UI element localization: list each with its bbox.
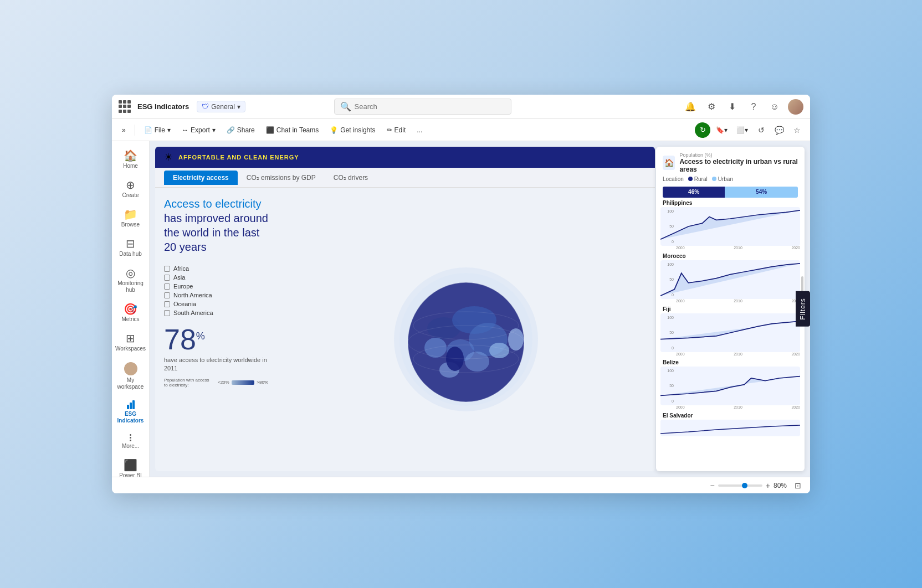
- philippines-x-labels: 200020102020: [660, 246, 800, 250]
- comment-button[interactable]: 💬: [771, 122, 787, 138]
- checkbox-europe[interactable]: Europe: [164, 283, 268, 290]
- stat-description: have access to electricity worldwide in …: [164, 356, 268, 373]
- sidebar-label-data-hub: Data hub: [119, 251, 142, 257]
- data-hub-icon: ⊟: [126, 238, 135, 249]
- refresh-button[interactable]: ↻: [695, 122, 710, 138]
- ellipsis-icon: ...: [417, 126, 422, 134]
- star-button[interactable]: ☆: [789, 122, 805, 138]
- sidebar-item-browse[interactable]: 📁 Browse: [112, 204, 149, 233]
- panel-title: Access to electricity in urban vs rural …: [679, 158, 798, 174]
- sidebar-label-esg: ESGIndicators: [117, 411, 144, 424]
- share-icon: 🔗: [227, 126, 235, 134]
- workspace-label: General: [211, 103, 235, 111]
- edit-button[interactable]: ✏ Edit: [382, 124, 411, 136]
- fit-page-button[interactable]: ⊡: [795, 481, 801, 490]
- download-button[interactable]: ⬇: [725, 99, 740, 115]
- sidebar-item-more[interactable]: More...: [112, 430, 149, 454]
- urban-pct-label: 54%: [756, 189, 767, 195]
- sidebar-item-workspaces[interactable]: ⊞ Workspaces: [112, 328, 149, 357]
- user-avatar[interactable]: [788, 99, 803, 115]
- urban-label: Urban: [718, 176, 733, 182]
- export-label: Export: [191, 126, 210, 134]
- tab-co2-drivers[interactable]: CO₂ drivers: [325, 171, 377, 185]
- legend-rural: Rural: [688, 176, 708, 182]
- undo-button[interactable]: ↺: [754, 122, 769, 138]
- tab-co2-gdp[interactable]: CO₂ emissions by GDP: [238, 171, 325, 185]
- sidebar-item-power-bi[interactable]: ⬛ Power BI: [112, 455, 149, 477]
- home-icon: 🏠: [124, 150, 137, 161]
- search-input[interactable]: [355, 102, 505, 111]
- rural-pct-label: 46%: [688, 189, 699, 195]
- checkbox-oceania[interactable]: Oceania: [164, 301, 268, 307]
- chat-teams-button[interactable]: ⬛ Chat in Teams: [262, 124, 323, 136]
- sidebar-item-create[interactable]: ⊕ Create: [112, 175, 149, 203]
- more-options-button[interactable]: ...: [412, 124, 427, 136]
- sidebar-label-my-workspace: Myworkspace: [117, 377, 144, 390]
- topbar: ESG Indicators 🛡 General ▾ 🔍 🔔 ⚙ ⬇ ? ☺: [112, 95, 810, 119]
- mini-chart-morocco: Morocco 100500: [660, 253, 800, 303]
- sidebar-item-data-hub[interactable]: ⊟ Data hub: [112, 234, 149, 262]
- sidebar-label-power-bi: Power BI: [119, 472, 142, 477]
- progress-bar: 46% 54%: [663, 187, 798, 198]
- sidebar-item-home[interactable]: 🏠 Home: [112, 146, 149, 174]
- search-icon: 🔍: [340, 101, 351, 112]
- tab-electricity[interactable]: Electricity access: [164, 171, 238, 185]
- checkbox-label-north-america: North America: [173, 292, 212, 298]
- teams-icon: ⬛: [266, 126, 274, 134]
- mini-chart-belize: Belize 100500: [660, 359, 800, 409]
- settings-button[interactable]: ⚙: [704, 99, 719, 115]
- rural-dot: [688, 177, 693, 181]
- ribbon-right: ↻ 🔖▾ ⬜▾ ↺ 💬 ☆: [695, 122, 805, 138]
- sidebar-item-my-workspace[interactable]: Myworkspace: [112, 358, 149, 395]
- help-button[interactable]: ?: [746, 99, 761, 115]
- file-chevron: ▾: [167, 126, 171, 134]
- filters-tab[interactable]: Filters: [796, 291, 810, 327]
- zoom-thumb: [742, 483, 747, 488]
- share-button[interactable]: 🔗 Share: [222, 124, 259, 136]
- panel-legend: Location Rural Urban: [656, 174, 805, 184]
- power-bi-window: ESG Indicators 🛡 General ▾ 🔍 🔔 ⚙ ⬇ ? ☺ »: [112, 95, 810, 493]
- edit-label: Edit: [395, 126, 406, 134]
- zoom-out-button[interactable]: −: [710, 481, 715, 490]
- workspace-selector[interactable]: 🛡 General ▾: [197, 101, 245, 112]
- sidebar-item-monitoring-hub[interactable]: ◎ Monitoring hub: [112, 263, 149, 298]
- philippines-y-axis: 100500: [660, 207, 675, 246]
- power-bi-icon: ⬛: [124, 460, 137, 471]
- search-bar[interactable]: 🔍: [334, 99, 511, 115]
- metrics-icon: 🎯: [124, 303, 137, 314]
- sidebar-label-metrics: Metrics: [121, 316, 139, 323]
- zoom-in-button[interactable]: +: [766, 481, 770, 490]
- rural-progress: 46%: [663, 187, 725, 198]
- sidebar-label-browse: Browse: [121, 221, 140, 228]
- zoom-slider[interactable]: [718, 484, 762, 487]
- apps-icon[interactable]: [119, 100, 132, 114]
- file-button[interactable]: 📄 File ▾: [140, 124, 175, 136]
- right-panel-header: 🏠 Population (%) Access to electricity i…: [656, 147, 805, 174]
- morocco-label: Morocco: [660, 253, 800, 259]
- edit-icon: ✏: [387, 126, 392, 134]
- sidebar-item-esg[interactable]: ESGIndicators: [112, 396, 149, 429]
- export-button[interactable]: ↔ Export ▾: [177, 124, 220, 136]
- morocco-y-axis: 100500: [660, 260, 675, 299]
- philippines-label: Philippines: [660, 200, 800, 206]
- checkbox-south-america[interactable]: South America: [164, 310, 268, 316]
- sidebar-label-monitoring-hub: Monitoring hub: [114, 280, 147, 293]
- mini-charts: Philippines 100500: [656, 200, 805, 440]
- checkbox-africa[interactable]: Africa: [164, 265, 268, 272]
- report-area: ☀ AFFORTABLE AND CLEAN ENERGY Electricit…: [150, 141, 810, 477]
- checkbox-north-america[interactable]: North America: [164, 292, 268, 298]
- insights-button[interactable]: 💡 Get insights: [325, 124, 380, 136]
- mini-chart-philippines: Philippines 100500: [660, 200, 800, 250]
- collapse-ribbon-button[interactable]: »: [117, 124, 130, 136]
- sidebar-item-metrics[interactable]: 🎯 Metrics: [112, 299, 149, 327]
- view-button[interactable]: ⬜▾: [733, 124, 751, 136]
- app-title: ESG Indicators: [137, 102, 189, 111]
- urban-dot: [712, 177, 716, 181]
- notification-button[interactable]: 🔔: [683, 99, 698, 115]
- checkbox-box-europe: [164, 283, 170, 290]
- checkbox-asia[interactable]: Asia: [164, 274, 268, 281]
- create-icon: ⊕: [126, 179, 135, 190]
- bookmark-button[interactable]: 🔖▾: [713, 124, 731, 136]
- globe-center: [277, 188, 655, 471]
- emoji-button[interactable]: ☺: [767, 99, 782, 115]
